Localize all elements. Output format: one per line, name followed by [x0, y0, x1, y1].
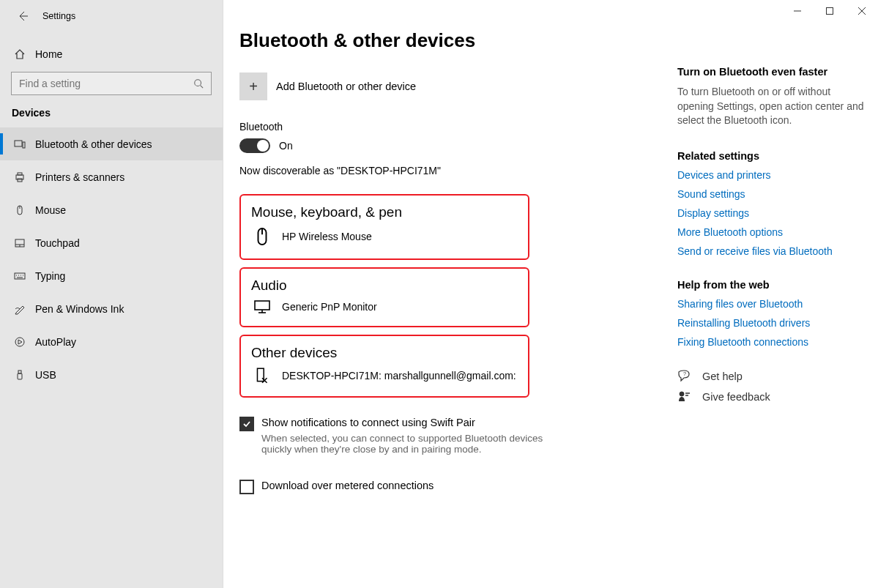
link-fix-connections[interactable]: Fixing Bluetooth connections — [677, 336, 865, 348]
get-help-button[interactable]: ? Get help — [677, 370, 865, 383]
metered-label: Download over metered connections — [261, 480, 434, 491]
search-input-wrap[interactable] — [11, 72, 212, 95]
sidebar-item-label: Touchpad — [35, 237, 80, 249]
sidebar-item-mouse[interactable]: Mouse — [0, 193, 223, 226]
window-title: Settings — [42, 11, 75, 21]
sidebar-item-bluetooth[interactable]: Bluetooth & other devices — [0, 127, 223, 160]
link-display-settings[interactable]: Display settings — [677, 207, 865, 219]
sidebar-item-typing[interactable]: Typing — [0, 259, 223, 292]
card-title: Other devices — [251, 345, 518, 361]
link-send-receive[interactable]: Send or receive files via Bluetooth — [677, 245, 865, 257]
link-devices-printers[interactable]: Devices and printers — [677, 169, 865, 181]
sidebar-item-label: AutoPlay — [35, 336, 76, 348]
card-mouse-keyboard: Mouse, keyboard, & pen HP Wireless Mouse — [239, 194, 529, 260]
svg-rect-12 — [15, 273, 25, 279]
sidebar-item-usb[interactable]: USB — [0, 358, 223, 391]
swift-pair-label: Show notifications to connect using Swif… — [261, 417, 569, 428]
card-other-devices: Other devices DESKTOP-HPCI71M: marshallg… — [239, 335, 529, 398]
card-title: Audio — [251, 278, 518, 294]
touchpad-icon — [12, 237, 28, 249]
feedback-icon — [677, 390, 693, 403]
devices-icon — [12, 138, 28, 150]
svg-text:?: ? — [683, 371, 686, 376]
link-sound-settings[interactable]: Sound settings — [677, 188, 865, 200]
give-feedback-button[interactable]: Give feedback — [677, 390, 865, 403]
svg-rect-20 — [18, 373, 22, 379]
sidebar-item-label: Mouse — [35, 204, 66, 216]
right-rail: Turn on Bluetooth even faster To turn Bl… — [677, 0, 875, 588]
sidebar-item-touchpad[interactable]: Touchpad — [0, 226, 223, 259]
svg-point-32 — [680, 392, 684, 396]
plus-icon: + — [239, 72, 267, 100]
sidebar-item-label: Typing — [35, 270, 65, 282]
related-title: Related settings — [677, 150, 865, 162]
sidebar: Settings Home Devices Bluetooth & other … — [0, 0, 223, 588]
printer-icon — [12, 171, 28, 183]
get-help-label: Get help — [702, 371, 743, 382]
device-label: HP Wireless Mouse — [282, 231, 372, 242]
tip-desc: To turn Bluetooth on or off without open… — [677, 85, 865, 128]
add-device-label: Add Bluetooth or other device — [276, 81, 416, 92]
autoplay-icon — [12, 336, 28, 348]
card-audio: Audio Generic PnP Monitor — [239, 267, 529, 327]
minimize-button[interactable] — [781, 0, 814, 22]
back-button[interactable] — [12, 5, 34, 27]
add-device-button[interactable]: + Add Bluetooth or other device — [239, 72, 663, 100]
keyboard-icon — [12, 270, 28, 282]
svg-rect-22 — [827, 8, 833, 15]
svg-line-1 — [201, 86, 204, 89]
sidebar-item-pen[interactable]: Pen & Windows Ink — [0, 292, 223, 325]
sidebar-home[interactable]: Home — [0, 40, 223, 66]
sidebar-item-label: Bluetooth & other devices — [35, 138, 152, 150]
svg-rect-5 — [18, 173, 22, 175]
sidebar-item-printers[interactable]: Printers & scanners — [0, 160, 223, 193]
device-item[interactable]: DESKTOP-HPCI71M: marshallgunnell@gmail.c… — [251, 367, 518, 384]
mouse-icon — [12, 204, 28, 216]
device-item[interactable]: HP Wireless Mouse — [251, 226, 518, 247]
metered-checkbox[interactable] — [239, 480, 254, 494]
bluetooth-toggle[interactable] — [239, 138, 270, 153]
discoverable-text: Now discoverable as "DESKTOP-HPCI71M" — [239, 165, 663, 176]
pen-icon — [12, 303, 28, 315]
page-title: Bluetooth & other devices — [239, 29, 663, 52]
usb-icon — [12, 369, 28, 381]
swift-pair-desc: When selected, you can connect to suppor… — [261, 433, 569, 455]
sidebar-group-label: Devices — [0, 103, 223, 123]
svg-rect-19 — [18, 371, 21, 373]
bluetooth-heading: Bluetooth — [239, 121, 663, 133]
sidebar-item-label: USB — [35, 369, 56, 381]
monitor-icon — [251, 299, 273, 314]
sidebar-item-label: Printers & scanners — [35, 171, 124, 183]
device-label: Generic PnP Monitor — [282, 301, 377, 313]
search-input[interactable] — [19, 78, 193, 89]
link-more-bluetooth[interactable]: More Bluetooth options — [677, 226, 865, 238]
swift-pair-checkbox[interactable] — [239, 417, 254, 431]
svg-point-0 — [195, 80, 201, 86]
help-title: Help from the web — [677, 279, 865, 291]
close-button[interactable] — [846, 0, 878, 22]
maximize-button[interactable] — [814, 0, 846, 22]
toggle-state: On — [279, 140, 293, 152]
svg-rect-27 — [255, 301, 269, 310]
tip-title: Turn on Bluetooth even faster — [677, 66, 865, 78]
help-icon: ? — [677, 370, 693, 383]
card-title: Mouse, keyboard, & pen — [251, 204, 518, 220]
mouse-icon — [251, 226, 273, 247]
sidebar-item-autoplay[interactable]: AutoPlay — [0, 325, 223, 358]
link-sharing-files[interactable]: Sharing files over Bluetooth — [677, 298, 865, 310]
home-label: Home — [35, 48, 62, 60]
search-icon — [193, 78, 204, 89]
svg-point-18 — [15, 338, 24, 346]
give-feedback-label: Give feedback — [702, 391, 770, 403]
svg-rect-3 — [23, 142, 25, 148]
link-reinstall-drivers[interactable]: Reinstalling Bluetooth drivers — [677, 317, 865, 329]
svg-rect-2 — [15, 141, 22, 146]
sidebar-item-label: Pen & Windows Ink — [35, 303, 124, 315]
device-label: DESKTOP-HPCI71M: marshallgunnell@gmail.c… — [282, 370, 516, 382]
device-icon — [251, 367, 273, 384]
home-icon — [12, 48, 28, 60]
device-item[interactable]: Generic PnP Monitor — [251, 299, 518, 314]
